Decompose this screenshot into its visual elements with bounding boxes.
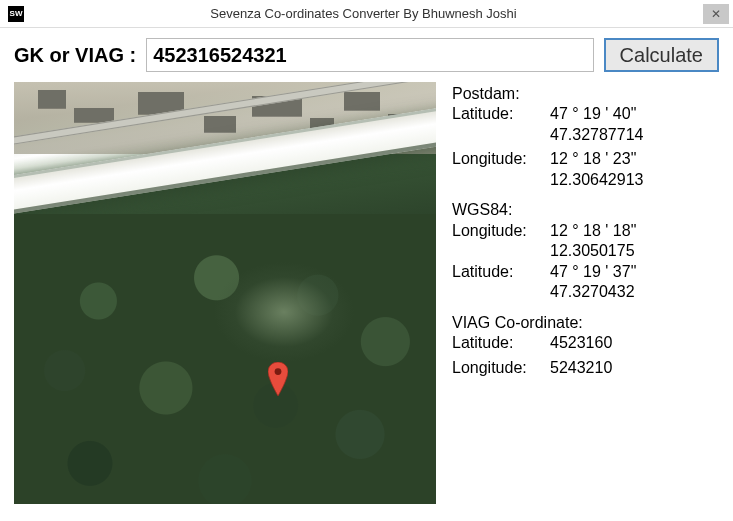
wgs84-heading: WGS84:: [452, 200, 719, 220]
calculate-button[interactable]: Calculate: [604, 38, 719, 72]
content-area: GK or VIAG : Calculate: [0, 28, 733, 514]
postdam-lon-label: Longitude:: [452, 149, 550, 169]
postdam-lat-dec: 47.32787714: [550, 125, 643, 145]
input-label: GK or VIAG :: [14, 44, 136, 67]
viag-lat-value: 4523160: [550, 333, 612, 353]
postdam-lon-dms: 12 ° 18 ' 23": [550, 149, 636, 169]
wgs84-lat-label: Latitude:: [452, 262, 550, 282]
coordinate-input[interactable]: [146, 38, 593, 72]
map-clearing: [214, 262, 354, 362]
wgs84-lat-dec: 47.3270432: [550, 282, 635, 302]
viag-lon-label: Longitude:: [452, 358, 550, 378]
postdam-lat-label: Latitude:: [452, 104, 550, 124]
wgs84-lat-dms: 47 ° 19 ' 37": [550, 262, 636, 282]
wgs84-lon-dms: 12 ° 18 ' 18": [550, 221, 636, 241]
main-area: Postdam: Latitude: 47 ° 19 ' 40" 47.3278…: [14, 82, 719, 504]
viag-lat-label: Latitude:: [452, 333, 550, 353]
results-panel: Postdam: Latitude: 47 ° 19 ' 40" 47.3278…: [452, 82, 719, 504]
wgs84-lon-dec: 12.3050175: [550, 241, 635, 261]
postdam-lon-dec: 12.30642913: [550, 170, 643, 190]
close-button[interactable]: ✕: [703, 4, 729, 24]
postdam-heading: Postdam:: [452, 84, 719, 104]
titlebar: SW Sevenza Co-ordinates Converter By Bhu…: [0, 0, 733, 28]
wgs84-lon-label: Longitude:: [452, 221, 550, 241]
app-icon: SW: [8, 6, 24, 22]
input-row: GK or VIAG : Calculate: [14, 38, 719, 72]
viag-heading: VIAG Co-ordinate:: [452, 313, 719, 333]
viag-lon-value: 5243210: [550, 358, 612, 378]
postdam-lat-dms: 47 ° 19 ' 40": [550, 104, 636, 124]
window-title: Sevenza Co-ordinates Converter By Bhuwne…: [24, 6, 703, 21]
map-pin-icon: [268, 362, 288, 396]
map-view[interactable]: [14, 82, 436, 504]
svg-point-0: [275, 368, 282, 375]
